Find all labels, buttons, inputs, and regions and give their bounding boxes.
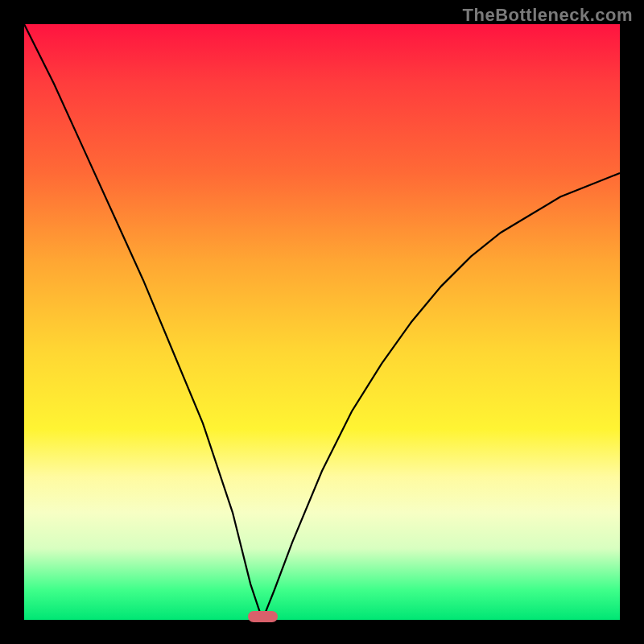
bottleneck-curve xyxy=(24,24,620,620)
curve-path xyxy=(24,24,620,620)
optimal-marker xyxy=(248,611,278,622)
plot-area xyxy=(24,24,620,620)
watermark-text: TheBottleneck.com xyxy=(463,5,633,26)
chart-frame: TheBottleneck.com xyxy=(0,0,644,644)
